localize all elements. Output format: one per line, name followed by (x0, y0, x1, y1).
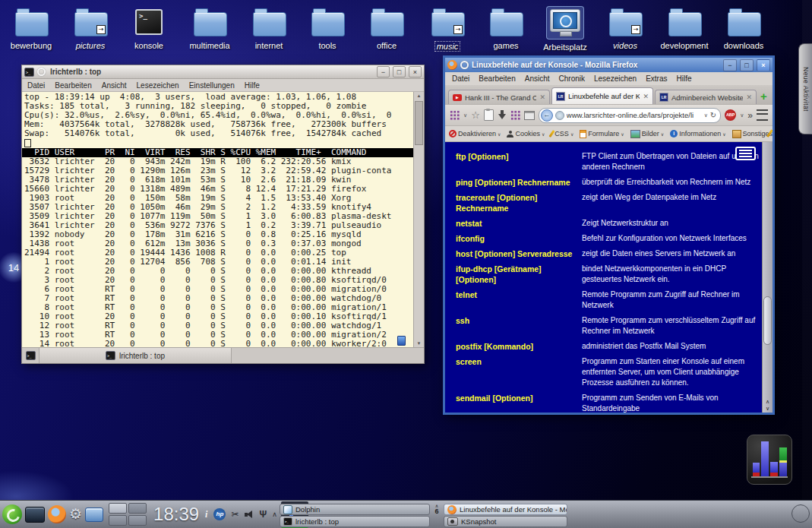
usb-device-icon[interactable]: Ψ (260, 509, 267, 520)
window-icon[interactable] (524, 111, 535, 120)
hp-tray-icon[interactable]: hp (213, 508, 226, 520)
clock[interactable]: 18:39 (153, 504, 199, 525)
info-icon[interactable]: i (205, 509, 207, 520)
taskbar-task-konsole[interactable]: >_lrichterlb : top (280, 516, 430, 527)
reload-icon[interactable]: ↻ (710, 111, 716, 119)
drive-launcher-icon[interactable] (85, 507, 103, 522)
task-overflow-indicator[interactable]: ∧ 6 (433, 504, 441, 515)
pager-desktop-1[interactable] (109, 503, 127, 514)
desktop-icon-office[interactable]: office (357, 6, 416, 52)
url-bar[interactable]: ← www.larsrichter-online.de/lars/projekt… (539, 108, 721, 123)
desktop-icon-music[interactable]: →music (418, 6, 477, 52)
scroll-up-icon[interactable]: ∧ (763, 399, 773, 405)
page-hamburger-icon[interactable] (735, 147, 756, 160)
devbar-item-misc[interactable]: Sonstiges∨ (732, 130, 773, 138)
devbar-item-css[interactable]: CSS∨ (551, 130, 573, 138)
chevron-down-icon[interactable]: ∨ (463, 112, 467, 119)
konsole-titlebar[interactable]: >_ lrichterlb : top − □ × (22, 65, 424, 79)
desktop-icon-internet[interactable]: internet (239, 6, 299, 52)
firefox-titlebar[interactable]: Linuxbefehle auf der Konsole - Mozilla F… (445, 58, 773, 72)
page-scrollbar[interactable]: ∧ ∨ (762, 142, 773, 413)
devbar-item-forms[interactable]: Formulare∨ (580, 130, 624, 138)
overflow-chevrons-icon[interactable]: » (747, 110, 753, 121)
downloads-arrow-icon[interactable] (498, 110, 507, 120)
scroll-down-icon[interactable]: ▼ (414, 340, 424, 347)
taskbar-task-ksnapshot[interactable]: KSnapshot (444, 516, 567, 527)
new-tab-button[interactable]: + (758, 90, 769, 104)
taskbar-task-firefox[interactable]: Linuxbefehle auf der Konsole - Moz (444, 504, 567, 515)
back-button[interactable]: ← (541, 109, 553, 122)
desktop-icon-tools[interactable]: tools (298, 6, 357, 52)
suse-start-icon[interactable] (2, 504, 22, 524)
pager-desktop-3[interactable] (109, 515, 127, 526)
maximize-button[interactable]: □ (393, 66, 406, 77)
url-text[interactable]: www.larsrichter-online.de/lars/projekte/… (567, 111, 702, 119)
konsole-menu-ansicht[interactable]: Ansicht (102, 81, 127, 90)
clipboard-icon[interactable] (484, 109, 494, 121)
konsole-scroll-thumb[interactable] (415, 101, 423, 145)
devbar-item-images[interactable]: Bilder∨ (630, 130, 664, 138)
terminal-output[interactable]: top - 18:39:14 up 4:08, 3 users, load av… (22, 92, 413, 347)
tab-close-icon[interactable]: ✕ (539, 93, 545, 101)
pager-desktop-4[interactable] (128, 515, 147, 526)
settings-gear-icon[interactable]: ⚙ (69, 505, 82, 523)
devbar-item-cookies[interactable]: Cookies∨ (507, 130, 545, 138)
devbar-item-information[interactable]: iInformationen∨ (670, 130, 725, 138)
maximize-button[interactable]: □ (740, 59, 754, 71)
page-scroll-thumb[interactable] (763, 296, 772, 345)
bookmark-star-icon[interactable]: ☆ (471, 110, 480, 120)
browser-tab-3[interactable]: LRAdminbereich Website 2...✕ (655, 90, 757, 104)
desktop-icon-downloads[interactable]: downloads (714, 6, 773, 52)
apps-grid-icon[interactable] (450, 110, 460, 120)
activity-sidebar-tab[interactable]: Neue Aktivität (798, 43, 812, 134)
firefox-menu-extras[interactable]: Extras (646, 74, 667, 83)
devbar-item-disable[interactable]: Deaktivieren∨ (449, 130, 501, 138)
minimize-button[interactable]: − (377, 66, 390, 77)
menu-hamburger-icon[interactable] (757, 109, 768, 121)
konsole-menu-hilfe[interactable]: Hilfe (245, 81, 260, 90)
desktop-icon-multimedia[interactable]: multimedia (180, 6, 239, 52)
pin-icon[interactable] (37, 68, 46, 76)
desktop-icon-development[interactable]: development (655, 6, 714, 52)
firefox-menu-hilfe[interactable]: Hilfe (677, 74, 692, 83)
chevron-down-icon[interactable]: ∨ (740, 112, 744, 119)
show-desktop-icon[interactable] (25, 507, 45, 523)
desktop-icon-bewerbung[interactable]: bewerbung (2, 6, 61, 52)
klipper-scissors-icon[interactable]: ✂ (231, 509, 239, 520)
tab-close-icon[interactable]: ✕ (643, 93, 649, 100)
desktop-icon-konsole[interactable]: >_konsole (119, 6, 179, 52)
tab-close-icon[interactable]: ✕ (746, 93, 752, 101)
konsole-scrollbar[interactable]: ▲ ▼ (413, 92, 424, 347)
firefox-menu-datei[interactable]: Datei (452, 74, 469, 83)
volume-icon[interactable] (245, 510, 254, 519)
firefox-menu-chronik[interactable]: Chronik (559, 74, 585, 83)
pager-desktop-2[interactable] (128, 503, 147, 514)
browser-tab-2[interactable]: LRLinuxbefehle auf der Kon...✕ (551, 87, 653, 104)
desktop-icon-Arbeitsplatz[interactable]: Arbeitsplatz (536, 6, 595, 53)
scroll-up-icon[interactable]: ▲ (414, 92, 424, 100)
firefox-menu-ansicht[interactable]: Ansicht (525, 74, 550, 83)
close-button[interactable]: × (409, 66, 422, 77)
desktop-icon-games[interactable]: games (476, 6, 536, 52)
konsole-menu-lesezeichen[interactable]: Lesezeichen (137, 81, 179, 90)
desktop-icon-videos[interactable]: →videos (596, 6, 655, 52)
browser-tab-1[interactable]: ▶Hank III - The Grand Ole ...✕ (448, 90, 550, 104)
adblock-icon[interactable]: ABP (725, 109, 736, 121)
desktop-icon-pictures[interactable]: →pictures (61, 6, 120, 52)
scroll-down-icon[interactable]: ∨ (763, 406, 773, 412)
url-dropdown-icon[interactable]: ∨ (704, 112, 708, 119)
konsole-menu-einstellungen[interactable]: Einstellungen (189, 81, 235, 90)
firefox-launcher-icon[interactable] (48, 505, 66, 523)
new-session-button[interactable]: >_ (22, 348, 39, 363)
konsole-session-tab[interactable]: >_ lrichterlb : top (39, 348, 232, 363)
minimize-button[interactable]: − (723, 59, 737, 71)
addon-grid-icon[interactable] (510, 110, 520, 120)
close-button[interactable]: × (757, 59, 770, 71)
konsole-menu-datei[interactable]: Datei (27, 81, 45, 90)
tray-expand-icon[interactable]: ∧ (272, 511, 277, 518)
pin-icon[interactable] (460, 61, 469, 69)
firefox-menu-lesezeichen[interactable]: Lesezeichen (594, 74, 637, 83)
taskbar-task-dolphin[interactable]: Dolphin (280, 504, 430, 515)
system-monitor-widget[interactable] (747, 435, 792, 485)
firefox-menu-bearbeiten[interactable]: Bearbeiten (479, 74, 515, 83)
